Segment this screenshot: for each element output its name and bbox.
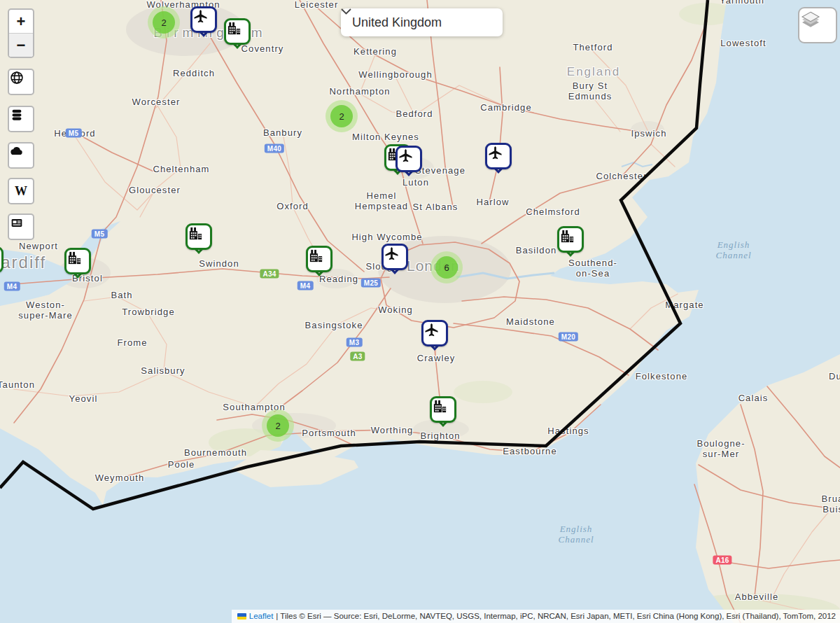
airport-marker[interactable] — [190, 6, 218, 34]
cluster-count: 2 — [267, 414, 289, 437]
globe-button[interactable] — [8, 69, 34, 95]
country-selector-value: United Kingdom — [352, 15, 442, 30]
cluster-marker[interactable]: 2 — [148, 6, 180, 38]
zoom-control: + − — [8, 8, 34, 58]
airport-marker[interactable] — [395, 146, 423, 174]
factory-marker[interactable] — [556, 226, 584, 254]
cluster-marker[interactable]: 2 — [326, 100, 358, 132]
layers-control[interactable] — [798, 7, 837, 43]
cluster-count: 2 — [153, 11, 175, 34]
map-application: WolverhamptonLeicesterYarmouthBirmingham… — [0, 0, 840, 623]
layers-icon — [799, 8, 822, 31]
factory-marker[interactable] — [429, 396, 457, 424]
zoom-out-button[interactable]: − — [9, 33, 33, 57]
marker-box — [557, 226, 584, 253]
cluster-count: 2 — [330, 105, 353, 127]
factory-marker[interactable] — [0, 246, 4, 274]
cloud-button[interactable] — [8, 142, 34, 169]
attribution-bar: Leaflet | Tiles © Esri — Source: Esri, D… — [232, 610, 840, 623]
zoom-in-button[interactable]: + — [9, 10, 33, 33]
leaflet-link[interactable]: Leaflet — [249, 612, 274, 620]
airport-marker[interactable] — [381, 244, 409, 272]
newspaper-icon — [9, 215, 24, 230]
cloud-icon — [9, 144, 24, 159]
marker-box — [396, 146, 422, 172]
airport-marker[interactable] — [484, 143, 512, 171]
marker-box — [306, 246, 332, 272]
marker-box — [64, 248, 91, 274]
factory-marker[interactable] — [185, 223, 213, 251]
globe-icon — [9, 70, 24, 85]
ukraine-flag-icon — [237, 613, 246, 620]
database-button[interactable] — [8, 106, 34, 132]
marker-box — [382, 244, 408, 270]
attribution-text: | Tiles © Esri — Source: Esri, DeLorme, … — [276, 612, 836, 620]
cluster-marker[interactable]: 6 — [430, 251, 463, 284]
factory-marker[interactable] — [305, 246, 333, 274]
marker-box — [485, 143, 512, 169]
wikipedia-icon: W — [15, 184, 27, 199]
country-selector[interactable]: United Kingdom — [341, 8, 503, 36]
factory-marker[interactable] — [223, 18, 251, 46]
wikipedia-button[interactable]: W — [8, 178, 34, 204]
chevron-down-icon — [341, 8, 351, 15]
marker-box — [430, 396, 456, 423]
marker-box — [0, 246, 4, 273]
markers-layer: 2262 — [0, 0, 840, 623]
marker-box — [421, 320, 448, 346]
marker-box — [186, 223, 212, 250]
news-button[interactable] — [8, 214, 34, 240]
cluster-marker[interactable]: 2 — [262, 410, 294, 442]
factory-marker[interactable] — [64, 248, 92, 276]
marker-box — [190, 6, 217, 33]
database-icon — [9, 107, 24, 122]
airport-marker[interactable] — [421, 320, 449, 348]
marker-box — [224, 18, 251, 45]
cluster-count: 6 — [435, 256, 458, 279]
